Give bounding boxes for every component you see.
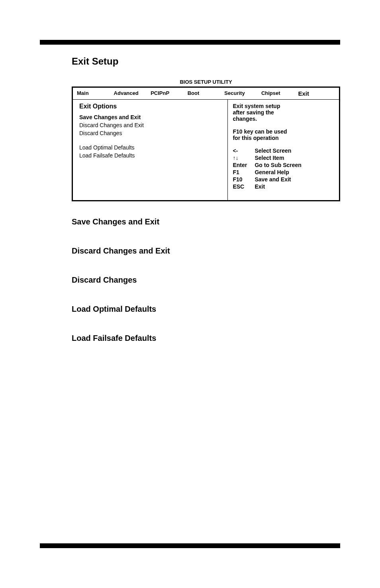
key-enter-label: Go to Sub Screen (255, 162, 301, 168)
tab-chipset[interactable]: Chipset (261, 90, 298, 97)
help-text-line3: changes. (233, 116, 334, 122)
tab-main[interactable]: Main (77, 90, 114, 97)
key-f10-key: F10 (233, 176, 255, 183)
page-title: Exit Setup (72, 56, 340, 67)
bios-body: Exit Options Save Changes and Exit Disca… (73, 100, 339, 200)
bottom-horizontal-rule (40, 543, 340, 548)
key-enter: Enter Go to Sub Screen (233, 162, 334, 168)
section-load-failsafe-defaults: Load Failsafe Defaults (72, 334, 340, 343)
key-arrows-label: Select Item (255, 155, 284, 161)
key-select-screen: <- Select Screen (233, 147, 334, 154)
key-f1-key: F1 (233, 169, 255, 175)
key-arrows: ↑↓ (233, 155, 255, 161)
exit-options-title: Exit Options (79, 103, 221, 110)
menu-discard-changes-exit[interactable]: Discard Changes and Exit (79, 122, 221, 128)
bios-setup-box: Main Advanced PCIPnP Boot Security Chips… (72, 87, 340, 201)
bios-left-pane: Exit Options Save Changes and Exit Disca… (73, 100, 228, 200)
tab-advanced[interactable]: Advanced (114, 90, 151, 97)
top-horizontal-rule (40, 40, 340, 45)
key-esc-key: ESC (233, 183, 255, 190)
menu-load-failsafe[interactable]: Load Failsafe Defaults (79, 152, 221, 159)
key-arrow-back-label: Select Screen (255, 147, 291, 154)
f10-hint-line1: F10 key can be used (233, 128, 334, 135)
key-esc-label: Exit (255, 183, 265, 190)
key-select-item: ↑↓ Select Item (233, 155, 334, 161)
tab-security[interactable]: Security (224, 90, 261, 97)
page-content: Exit Setup BIOS SETUP UTILITY Main Advan… (72, 56, 340, 363)
f10-hint-line2: for this operation (233, 135, 334, 141)
section-save-changes-exit: Save Changes and Exit (72, 217, 340, 226)
key-f1-label: General Help (255, 169, 289, 175)
key-enter-key: Enter (233, 162, 255, 168)
help-text-line2: after saving the (233, 109, 334, 116)
menu-load-optimal[interactable]: Load Optimal Defaults (79, 144, 221, 151)
section-discard-changes-exit: Discard Changes and Exit (72, 246, 340, 256)
bios-right-pane: Exit system setup after saving the chang… (228, 100, 339, 200)
bios-tab-row: Main Advanced PCIPnP Boot Security Chips… (73, 88, 339, 100)
tab-exit[interactable]: Exit (298, 90, 335, 97)
section-load-optimal-defaults: Load Optimal Defaults (72, 305, 340, 314)
menu-save-changes-exit[interactable]: Save Changes and Exit (79, 114, 221, 120)
menu-discard-changes[interactable]: Discard Changes (79, 130, 221, 136)
key-esc: ESC Exit (233, 183, 334, 190)
key-f10: F10 Save and Exit (233, 176, 334, 183)
key-f10-label: Save and Exit (255, 176, 291, 183)
help-text-line1: Exit system setup (233, 103, 334, 109)
key-arrow-back: <- (233, 147, 255, 154)
tab-pcipnp[interactable]: PCIPnP (151, 90, 188, 97)
key-f1: F1 General Help (233, 169, 334, 175)
section-discard-changes: Discard Changes (72, 275, 340, 285)
tab-boot[interactable]: Boot (188, 90, 225, 97)
bios-utility-label: BIOS SETUP UTILITY (72, 79, 340, 85)
